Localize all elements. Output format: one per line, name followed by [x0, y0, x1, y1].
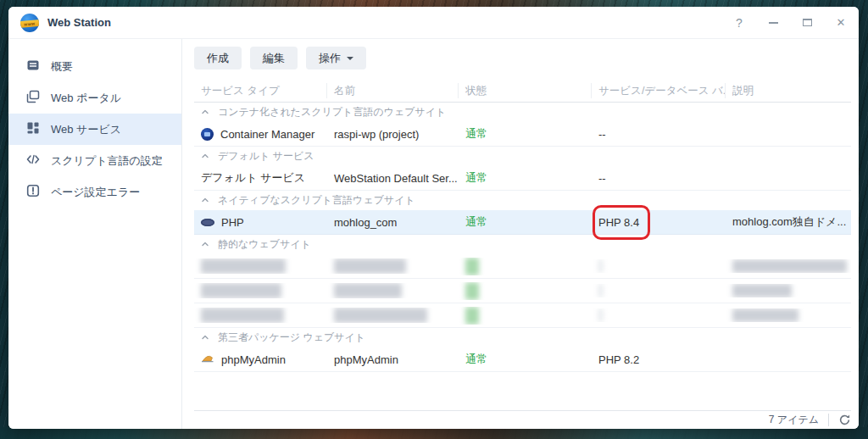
cell-status: 通常: [459, 214, 592, 230]
title-bar: www Web Station ? ✕: [8, 7, 859, 39]
column-header-desc[interactable]: 説明: [726, 83, 851, 98]
sidebar-item-overview[interactable]: 概要: [8, 51, 181, 82]
cell-version: --: [592, 128, 726, 141]
cell-name: raspi-wp (project): [327, 128, 459, 141]
sidebar-item-web-service[interactable]: Web サービス: [8, 114, 181, 145]
maximize-icon[interactable]: [801, 17, 813, 29]
statusbar-divider: [828, 414, 829, 426]
sidebar-item-label: スクリプト言語の設定: [51, 153, 163, 169]
cell-type: デフォルト サービス: [194, 170, 327, 186]
table-row[interactable]: phpMyAdminphpMyAdmin通常PHP 8.2: [194, 347, 851, 372]
window-controls: ? ✕: [733, 17, 847, 29]
chevron-up-icon: [201, 239, 209, 251]
web-station-icon: www: [20, 14, 39, 32]
web-services-icon: [26, 121, 40, 137]
edit-button[interactable]: 編集: [250, 47, 298, 69]
sidebar-item-page-config-error[interactable]: ページ設定エラー: [8, 176, 181, 208]
group-label: デフォルト サービス: [218, 149, 314, 164]
group-label: コンテナ化されたスクリプト言語のウェブサイト: [218, 105, 446, 119]
action-dropdown-button[interactable]: 操作: [306, 47, 366, 69]
group-header[interactable]: コンテナ化されたスクリプト言語のウェブサイト: [194, 103, 851, 122]
code-icon: [26, 153, 40, 169]
sidebar-item-script-language-settings[interactable]: スクリプト言語の設定: [8, 145, 181, 176]
column-header-version[interactable]: サービス/データベース バ...: [592, 83, 726, 98]
group-header[interactable]: デフォルト サービス: [194, 147, 851, 166]
group-header[interactable]: 第三者パッケージ ウェブサイト: [194, 328, 851, 347]
table-row-redacted[interactable]: [194, 279, 851, 303]
cell-status: 通常: [459, 126, 592, 142]
php-icon: [201, 219, 214, 226]
group-label: 静的なウェブサイト: [218, 237, 311, 252]
chevron-up-icon: [201, 151, 209, 163]
cell-name: WebStation Default Ser...: [327, 172, 459, 185]
table-row-redacted[interactable]: [194, 303, 851, 328]
toolbar: 作成 編集 操作: [194, 47, 366, 69]
table-row[interactable]: デフォルト サービスWebStation Default Ser...通常--: [194, 166, 851, 191]
sidebar-item-label: 概要: [51, 59, 73, 75]
app-window: www Web Station ? ✕ 概要Web ポータルWeb サービススク…: [8, 7, 859, 429]
items-count: 7 アイテム: [769, 413, 819, 427]
cell-version: PHP 8.2: [592, 353, 726, 366]
status-bar: 7 アイテム: [194, 410, 851, 429]
chevron-up-icon: [201, 107, 209, 119]
group-header[interactable]: 静的なウェブサイト: [194, 235, 851, 254]
sidebar-item-label: Web ポータル: [51, 91, 121, 106]
cell-type: PHP: [194, 216, 327, 229]
www-globe-band: www: [20, 19, 39, 27]
content-area: 作成 編集 操作 サービス タイプ名前状態サービス/データベース バ...説明 …: [183, 39, 859, 429]
column-header-status[interactable]: 状態: [459, 83, 592, 98]
cell-description: mohlog.com独自ドメ...: [726, 214, 851, 230]
table-header: サービス タイプ名前状態サービス/データベース バ...説明: [194, 80, 851, 103]
minimize-icon[interactable]: [767, 17, 779, 29]
window-title: Web Station: [47, 16, 111, 29]
web-portal-icon: [26, 90, 40, 106]
chevron-up-icon: [201, 195, 209, 207]
sidebar-item-web-portal[interactable]: Web ポータル: [8, 82, 181, 114]
cell-version: PHP 8.4: [592, 216, 726, 229]
column-header-type[interactable]: サービス タイプ: [194, 83, 327, 98]
cell-type: Container Manager: [194, 128, 327, 141]
cell-name: phpMyAdmin: [327, 353, 459, 366]
refresh-icon[interactable]: [838, 414, 851, 426]
overview-icon: [26, 58, 40, 75]
table-row-redacted[interactable]: [194, 254, 851, 279]
table-row[interactable]: Container Managerraspi-wp (project)通常--: [194, 122, 851, 147]
cell-status: 通常: [459, 170, 592, 186]
sidebar-item-label: Web サービス: [51, 122, 121, 137]
cell-name: mohlog_com: [327, 216, 459, 229]
cell-type: phpMyAdmin: [194, 353, 327, 366]
close-icon[interactable]: ✕: [835, 17, 847, 29]
services-table: サービス タイプ名前状態サービス/データベース バ...説明 コンテナ化されたス…: [194, 80, 851, 372]
desktop-background: www Web Station ? ✕ 概要Web ポータルWeb サービススク…: [0, 0, 868, 439]
container-manager-icon: [201, 128, 214, 141]
help-icon[interactable]: ?: [733, 17, 745, 29]
error-icon: [26, 184, 40, 200]
column-header-name[interactable]: 名前: [327, 83, 459, 98]
group-label: ネイティブなスクリプト言語ウェブサイト: [218, 193, 415, 208]
cell-version: --: [592, 172, 726, 185]
group-header[interactable]: ネイティブなスクリプト言語ウェブサイト: [194, 191, 851, 210]
sidebar: 概要Web ポータルWeb サービススクリプト言語の設定ページ設定エラー: [8, 39, 182, 429]
chevron-up-icon: [201, 332, 209, 344]
phpmyadmin-icon: [201, 353, 214, 366]
chevron-down-icon: [347, 57, 353, 60]
group-label: 第三者パッケージ ウェブサイト: [218, 331, 365, 345]
table-body: コンテナ化されたスクリプト言語のウェブサイトContainer Managerr…: [194, 103, 851, 372]
create-button[interactable]: 作成: [194, 47, 242, 69]
table-row[interactable]: PHPmohlog_com通常PHP 8.4mohlog.com独自ドメ...: [194, 210, 851, 235]
cell-status: 通常: [459, 352, 592, 367]
sidebar-item-label: ページ設定エラー: [51, 185, 140, 200]
